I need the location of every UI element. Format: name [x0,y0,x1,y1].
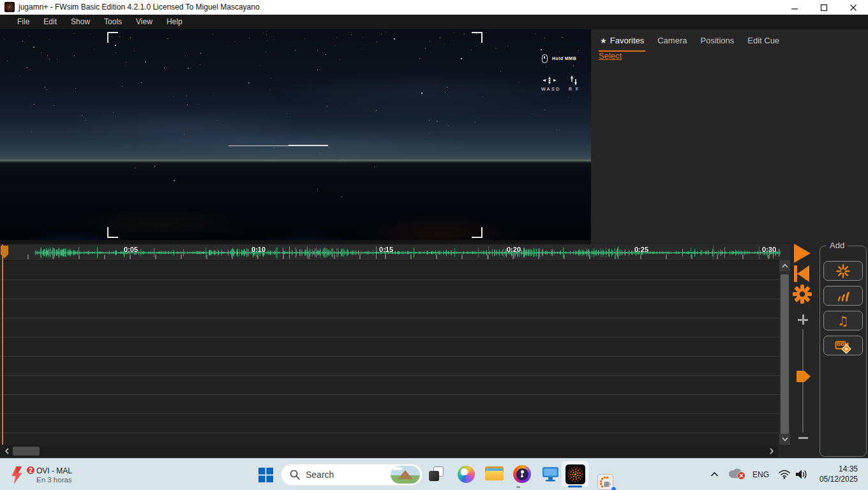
volume-tray-button[interactable] [791,461,811,487]
cloud [268,68,574,119]
timeline-ruler[interactable]: 0:05 0:10 0:15 0:20 0:25 0:30 [0,244,790,260]
tab-positions[interactable]: Positions [699,34,735,52]
cloud [128,128,485,160]
pan-arrows-icon [540,74,559,87]
tab-camera[interactable]: Camera [656,34,688,52]
file-explorer-button[interactable] [481,461,507,487]
time-label: 0:15 [379,246,393,253]
gear-icon [792,284,812,304]
playhead-line [2,244,3,445]
chevron-left-icon [4,448,10,454]
water-reflection [64,208,255,240]
menu-file[interactable]: File [10,15,36,29]
start-button[interactable] [253,461,278,488]
widget-title: OVI - MAL [36,466,72,475]
timeline-track-area[interactable] [0,260,779,445]
minimize-icon [791,4,798,11]
firework-burst-icon [835,264,851,279]
task-view-button[interactable] [424,461,449,487]
horizontal-scrollbar[interactable] [0,445,778,457]
updown-arrows-icon [569,74,579,87]
chevron-right-icon [769,448,774,454]
close-icon [849,4,857,11]
hint-rf: R F [569,87,580,91]
add-panel-title: Add [827,241,848,250]
zoom-in-button[interactable] [798,315,808,325]
secure-browser-button[interactable] [509,461,535,487]
language-indicator[interactable]: ENG [752,470,769,479]
dragged-app-icon [597,474,613,490]
play-icon [794,244,811,263]
timeline-settings-button[interactable] [792,284,812,307]
notification-badge: 2 [26,465,36,475]
position-marker-line-bright [288,145,328,146]
hint-hold-mmb: Hold MMB [552,56,576,61]
video-camera-icon [835,338,851,353]
this-pc-button[interactable] [537,461,563,487]
horizontal-scroll-thumb[interactable] [13,447,40,456]
menu-view[interactable]: View [129,15,160,29]
zoom-out-button[interactable] [798,437,808,439]
close-button[interactable] [839,0,868,15]
pc-monitor-icon [542,466,559,482]
chevron-down-icon [782,437,788,442]
search-daily-image [391,466,420,484]
scroll-right-button[interactable] [767,447,776,456]
add-music-button[interactable]: ♫ [823,311,863,330]
3d-viewport[interactable]: Hold MMB WASD R F Google Data SIO, NOAA,… [0,29,591,240]
widgets-button[interactable]: 2 OVI - MAL En 3 horas [5,462,76,487]
scroll-up-button[interactable] [779,260,790,271]
horizon-line [0,160,591,161]
music-note-icon: ♫ [837,315,849,327]
timeline-ticks [3,255,779,259]
select-link[interactable]: Select [599,51,622,61]
scroll-down-button[interactable] [779,434,790,445]
menu-help[interactable]: Help [160,15,190,29]
tab-edit-cue[interactable]: Edit Cue [746,34,781,52]
app-icon [4,2,15,12]
panel-tabs: ★Favorites Camera Positions Edit Cue [599,34,781,52]
clock-time: 14:35 [819,464,858,474]
time-label: 0:25 [634,246,648,253]
time-label: 0:10 [251,246,266,253]
menu-tools[interactable]: Tools [97,15,129,29]
clock-date: 05/12/2025 [819,474,858,484]
search-icon [290,470,300,480]
maximize-button[interactable] [809,0,839,15]
add-effect-button[interactable] [823,286,863,306]
vertical-scroll-thumb[interactable] [781,274,789,434]
viewport-timeline-divider [0,240,591,244]
tab-favorites[interactable]: ★Favorites [599,34,645,52]
file-explorer-icon [485,466,504,482]
scroll-left-button[interactable] [2,447,11,456]
vertical-scrollbar[interactable] [779,260,790,445]
copilot-button[interactable] [453,461,479,487]
title-bar: jugamn+ - FWsim Basic Edition 4.2.1.0 Li… [0,0,868,15]
copilot-icon [458,466,475,483]
fwsim-taskbar-button[interactable] [561,461,589,487]
selection-bracket-bottom-right [472,227,483,238]
search-box[interactable]: Search [281,464,423,486]
time-label: 0:20 [507,246,521,253]
speaker-icon [795,469,807,480]
position-marker-line [228,145,290,146]
add-camera-shot-button[interactable] [823,336,863,355]
add-firework-button[interactable] [823,261,863,281]
menu-edit[interactable]: Edit [36,15,64,29]
minimize-button[interactable] [780,0,809,15]
rising-flames-icon [835,289,851,303]
widget-subtitle: En 3 horas [36,476,72,484]
selection-bracket-top-right [472,32,483,43]
onedrive-tray-button[interactable] [726,461,748,487]
menu-show[interactable]: Show [64,15,97,29]
skip-to-start-button[interactable] [794,265,809,285]
time-label: 0:30 [762,246,776,253]
onedrive-error-icon [728,467,746,481]
star-icon: ★ [600,36,607,45]
wifi-icon [778,469,791,479]
tray-expand-button[interactable] [705,461,724,487]
mouse-icon [542,54,548,63]
active-app-indicator [568,486,582,487]
clock[interactable]: 14:35 05/12/2025 [819,464,858,484]
play-button[interactable] [794,244,811,265]
